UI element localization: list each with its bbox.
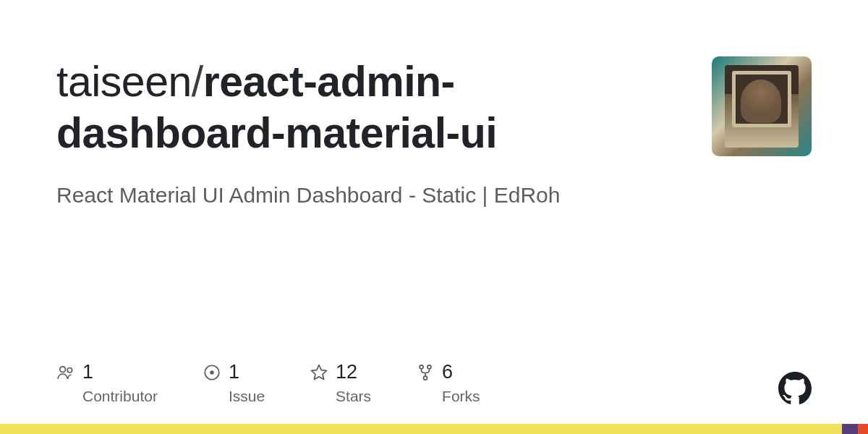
repo-separator: / [192,58,203,106]
stat-value: 1 [229,361,239,383]
stat-issues[interactable]: 1 Issue [203,361,265,405]
repo-description: React Material UI Admin Dashboard - Stat… [56,179,650,211]
issue-icon [203,363,221,382]
svg-point-3 [210,370,213,374]
repo-owner: taiseen [56,58,192,106]
repo-name-part1: react [203,58,304,106]
svg-point-0 [60,366,66,372]
repo-title[interactable]: taiseen/react-admin-dashboard-material-u… [56,56,650,159]
github-logo-icon[interactable] [778,372,812,405]
language-bar [0,424,868,434]
stat-value: 6 [442,361,453,383]
stat-forks[interactable]: 6 Forks [416,361,480,405]
lang-segment-css [842,424,858,434]
svg-point-4 [420,365,423,368]
repo-info: taiseen/react-admin-dashboard-material-u… [56,56,650,210]
repo-name-part2: -admin- [303,58,455,106]
avatar[interactable] [712,56,812,156]
repo-card: taiseen/react-admin-dashboard-material-u… [0,0,868,210]
svg-point-6 [424,376,427,380]
lang-segment-js [0,424,842,434]
stat-label: Contributor [82,388,158,405]
repo-name-part4: -material-ui [271,109,497,157]
svg-point-5 [427,365,431,368]
repo-stats: 1 Contributor 1 Issue 12 Stars 6 Forks [56,361,480,405]
people-icon [56,363,75,382]
repo-name-part3: dashboard [56,109,271,157]
stat-label: Stars [336,388,371,405]
lang-segment-html [858,424,868,434]
svg-point-1 [67,367,72,373]
stat-value: 1 [82,361,93,383]
fork-icon [416,363,435,382]
star-icon [310,363,328,382]
stat-label: Forks [442,388,480,405]
stat-label: Issue [229,388,265,405]
stat-stars[interactable]: 12 Stars [310,361,371,405]
stat-contributors[interactable]: 1 Contributor [56,361,158,405]
stat-value: 12 [336,361,357,383]
